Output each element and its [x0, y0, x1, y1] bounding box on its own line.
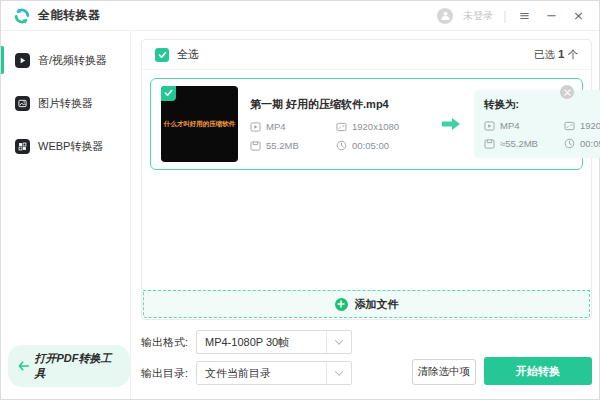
source-size: 55.2MB [250, 140, 336, 151]
webp-converter-icon [15, 139, 30, 154]
clock-icon [564, 138, 575, 149]
format-icon [484, 121, 495, 131]
source-resolution: 1920x1080 [336, 121, 428, 132]
clock-icon [336, 140, 347, 151]
sidebar-item-label: 音/视频转换器 [38, 53, 107, 68]
resolution-icon [564, 121, 575, 131]
titlebar-divider: | [503, 9, 506, 23]
file-checkbox[interactable] [161, 86, 176, 101]
sidebar: 音/视频转换器 图片转换器 WEBP转换器 打开PDF转换工具 [1, 31, 131, 399]
target-size: ≈55.2MB [484, 138, 564, 149]
target-resolution: 1920*1080 [564, 120, 600, 131]
sidebar-item-av-converter[interactable]: 音/视频转换器 [1, 45, 130, 75]
pdf-tool-label: 打开PDF转换工具 [34, 351, 118, 381]
output-dir-select[interactable]: 文件当前目录 [196, 361, 352, 385]
target-format: MP4 [484, 120, 564, 131]
plus-icon [335, 298, 348, 311]
sidebar-item-image-converter[interactable]: 图片转换器 [1, 88, 130, 118]
login-status[interactable]: 未登录 [463, 9, 493, 23]
open-pdf-tool-button[interactable]: 打开PDF转换工具 [8, 345, 130, 387]
output-dir-label: 输出目录: [141, 366, 196, 381]
list-header: 全选 已选1个 [142, 40, 591, 70]
thumbnail-caption: 什么才叫好用的压缩软件 [164, 120, 236, 129]
sidebar-item-label: WEBP转换器 [38, 139, 103, 154]
file-name: 第一期 好用的压缩软件.mp4 [250, 97, 428, 112]
chevron-down-icon [326, 331, 351, 353]
app-window: 全能转换器 未登录 | ≡ − × 音/视频转换器 [0, 0, 600, 400]
resolution-icon [336, 122, 347, 132]
file-list: 什么才叫好用的压缩软件 第一期 好用的压缩软件.mp4 MP4 [142, 70, 591, 290]
minimize-icon[interactable]: − [543, 7, 560, 24]
format-icon [250, 122, 261, 132]
source-duration: 00:05:00 [336, 140, 428, 151]
video-thumbnail: 什么才叫好用的压缩软件 [161, 86, 238, 162]
size-icon [484, 139, 495, 149]
arrow-left-icon [18, 361, 29, 371]
selected-count: 已选1个 [534, 48, 578, 62]
app-title: 全能转换器 [38, 7, 101, 24]
select-all-label: 全选 [177, 47, 199, 62]
file-list-panel: 全选 已选1个 什么才叫好用的压缩软件 第一期 好用的压缩软件.mp4 [141, 39, 592, 320]
output-dir-value: 文件当前目录 [205, 366, 271, 381]
image-converter-icon [15, 96, 30, 111]
target-duration: 00:05:00 [564, 138, 600, 149]
convert-to-label: 转换为: [484, 98, 600, 112]
app-logo-icon [13, 7, 31, 25]
sidebar-item-label: 图片转换器 [38, 96, 93, 111]
menu-icon[interactable]: ≡ [516, 7, 533, 24]
output-format-label: 输出格式: [141, 335, 196, 350]
main-content: 全选 已选1个 什么才叫好用的压缩软件 第一期 好用的压缩软件.mp4 [131, 31, 599, 399]
bottom-bar: 输出格式: MP4-1080P 30帧 输出目录: 文件当前目录 [141, 320, 592, 385]
file-card[interactable]: 什么才叫好用的压缩软件 第一期 好用的压缩软件.mp4 MP4 [150, 78, 583, 170]
video-converter-icon [15, 53, 30, 68]
close-icon[interactable]: × [570, 7, 587, 24]
target-info: 转换为: MP4 1920*1080 [474, 90, 600, 158]
output-format-value: MP4-1080P 30帧 [205, 335, 289, 350]
size-icon [250, 141, 261, 151]
title-bar: 全能转换器 未登录 | ≡ − × [1, 1, 599, 31]
sidebar-item-webp-converter[interactable]: WEBP转换器 [1, 131, 130, 161]
start-convert-button[interactable]: 开始转换 [484, 357, 592, 385]
chevron-down-icon [326, 362, 351, 384]
add-file-button[interactable]: 添加文件 [143, 290, 590, 318]
source-format: MP4 [250, 121, 336, 132]
convert-arrow-icon [440, 116, 462, 132]
select-all-checkbox[interactable] [155, 48, 169, 62]
source-info: 第一期 好用的压缩软件.mp4 MP4 1920x1080 [250, 97, 428, 151]
add-file-label: 添加文件 [355, 297, 399, 312]
remove-file-icon[interactable] [560, 85, 574, 99]
clear-selected-button[interactable]: 清除选中项 [412, 359, 476, 385]
output-format-select[interactable]: MP4-1080P 30帧 [196, 330, 352, 354]
user-avatar[interactable] [437, 8, 453, 24]
